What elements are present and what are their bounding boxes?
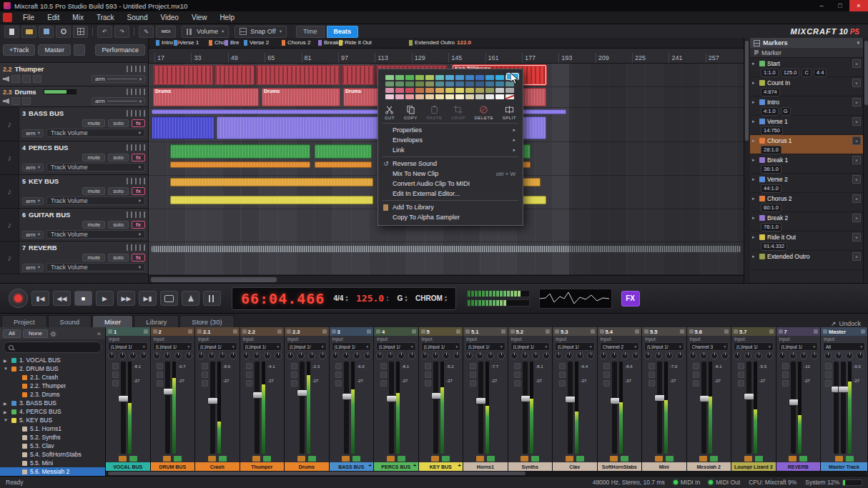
marker-options-button[interactable]: × bbox=[852, 233, 861, 241]
color-swatch[interactable] bbox=[505, 94, 514, 99]
markers-grid-icon[interactable] bbox=[754, 40, 760, 46]
menu-item[interactable]: Sound bbox=[121, 11, 154, 24]
audio-clip[interactable] bbox=[170, 161, 310, 168]
marker-item[interactable]: ▸ Verse 1 × 14:750 bbox=[750, 116, 863, 135]
channel-collapse-icon[interactable] bbox=[734, 329, 738, 334]
channel-collapse-icon[interactable] bbox=[689, 329, 694, 334]
channel-mute-led[interactable] bbox=[476, 456, 484, 462]
channel-menu-icon[interactable] bbox=[546, 329, 550, 334]
arm-button[interactable]: arm▾ bbox=[22, 164, 44, 171]
tab-library[interactable]: Library bbox=[134, 315, 179, 327]
channel-solo-led[interactable] bbox=[576, 456, 584, 462]
channel-mini-button[interactable] bbox=[782, 372, 789, 378]
channel-mini-button[interactable] bbox=[603, 372, 610, 378]
eq-knob[interactable] bbox=[140, 352, 147, 359]
input-dropdown[interactable]: (L)Input 1/ ▾ bbox=[242, 342, 282, 351]
record-button[interactable] bbox=[9, 289, 28, 308]
section-marker-flag[interactable]: Verse 1 bbox=[174, 39, 199, 46]
channel-mini-button[interactable] bbox=[693, 372, 699, 378]
fx-button[interactable]: fx bbox=[132, 221, 145, 229]
send-knob[interactable] bbox=[108, 352, 115, 359]
select-none-button[interactable]: None bbox=[23, 329, 48, 338]
send-knob[interactable] bbox=[197, 352, 204, 359]
color-swatch[interactable] bbox=[425, 75, 434, 80]
input-dropdown[interactable]: (L)Input 1/ ▾ bbox=[511, 342, 551, 351]
mixer-tree-item[interactable]: ▼ 2. DRUM BUS bbox=[0, 364, 105, 373]
menu-item[interactable]: Edit bbox=[41, 11, 66, 24]
send-knob[interactable] bbox=[611, 352, 618, 359]
channel-header[interactable]: 3 bbox=[330, 327, 374, 336]
pan-knob[interactable] bbox=[621, 352, 628, 359]
channel-mini-button[interactable] bbox=[291, 363, 297, 369]
volume-fader[interactable] bbox=[121, 362, 126, 454]
channel-mini-button[interactable] bbox=[470, 363, 476, 369]
stop-button[interactable]: ■ bbox=[74, 291, 92, 306]
split-action[interactable]: SPLIT bbox=[503, 105, 516, 120]
volume-fader[interactable] bbox=[791, 362, 796, 454]
instrument-icon[interactable]: ♪ bbox=[0, 141, 19, 174]
mixer-tree-item[interactable]: 5.2. Synths bbox=[0, 433, 105, 442]
channel-collapse-icon[interactable] bbox=[823, 329, 827, 334]
color-swatch[interactable] bbox=[455, 81, 464, 86]
eq-knob[interactable] bbox=[498, 352, 505, 359]
instrument-icon[interactable]: ♪ bbox=[0, 241, 19, 274]
mute-toggle[interactable] bbox=[11, 97, 20, 105]
color-swatch[interactable] bbox=[445, 88, 454, 93]
pan-knob[interactable] bbox=[532, 352, 539, 359]
track-mixer-icon[interactable] bbox=[127, 110, 145, 116]
channel-menu-icon[interactable] bbox=[412, 329, 416, 334]
menu-item-add-to-library[interactable]: Add To Library bbox=[378, 202, 523, 212]
eq-knob[interactable] bbox=[185, 352, 192, 359]
tab-store[interactable]: Store (30) bbox=[179, 315, 234, 327]
menu-item[interactable]: Track bbox=[90, 11, 121, 24]
channel-mini-button[interactable] bbox=[514, 363, 521, 369]
marker-position[interactable]: 60:1.0 bbox=[761, 204, 781, 212]
channel-mini-button[interactable] bbox=[738, 372, 744, 378]
channel-mini-button[interactable] bbox=[559, 363, 566, 369]
track-name[interactable]: BASS BUS bbox=[29, 109, 64, 117]
color-swatch[interactable] bbox=[425, 94, 434, 99]
track-mixer-icon[interactable] bbox=[127, 178, 145, 184]
channel-mute-led[interactable] bbox=[252, 456, 260, 462]
send-knob[interactable] bbox=[734, 352, 741, 359]
channel-collapse-icon[interactable] bbox=[197, 329, 202, 334]
instrument-icon[interactable]: ♪ bbox=[0, 107, 19, 141]
marker-expand-icon[interactable]: ▸ bbox=[752, 234, 757, 240]
channel-mini-button[interactable] bbox=[514, 380, 521, 387]
mixer-channel-strip[interactable]: 3 Input: (L)Input 1/ ▾ -6.0 -27 bbox=[330, 327, 375, 471]
marker-options-button[interactable]: × bbox=[852, 136, 861, 145]
track-row[interactable]: ♪ 7REVERB mute solo fx arm▾ Track Volume… bbox=[0, 241, 148, 274]
volume-fader[interactable] bbox=[834, 362, 839, 454]
send-knob[interactable] bbox=[824, 352, 832, 359]
time-mode-button[interactable]: Time bbox=[296, 26, 325, 38]
mixer-tree-item[interactable]: 5.5. Mini bbox=[0, 459, 105, 467]
mixer-tree-item[interactable]: ▶ 3. BASS BUS bbox=[0, 399, 105, 407]
marker-options-button[interactable]: × bbox=[852, 156, 861, 164]
channel-name[interactable]: Clav + bbox=[553, 462, 597, 471]
marker-item[interactable]: ▸ Verse 2 × 44:1.0 bbox=[750, 174, 863, 193]
color-swatch[interactable] bbox=[425, 88, 434, 93]
instrument-icon[interactable]: ♪ bbox=[0, 175, 19, 208]
add-subtrack-icon[interactable]: + bbox=[413, 462, 417, 469]
track-volume-dropdown[interactable]: Track Volume▾ bbox=[46, 196, 145, 205]
pan-knob[interactable] bbox=[398, 352, 405, 359]
color-swatch[interactable] bbox=[435, 94, 444, 99]
eq-knob[interactable] bbox=[230, 352, 237, 359]
mixer-tree-item[interactable]: 2.3. Drums bbox=[0, 390, 105, 399]
fx-button[interactable]: fx bbox=[132, 119, 145, 127]
timeline-ruler[interactable]: 1733496581971131291451611771932092252412… bbox=[149, 49, 744, 64]
marker-position[interactable]: 28:1.0 bbox=[761, 146, 781, 154]
add-marker-row[interactable]: Marker bbox=[750, 48, 863, 58]
track-name[interactable]: KEY BUS bbox=[29, 177, 59, 185]
mute-button[interactable]: mute bbox=[82, 154, 105, 161]
mixer-tree-item[interactable]: 5.6. Messiah 2 bbox=[0, 467, 105, 476]
channel-menu-icon[interactable] bbox=[367, 329, 371, 334]
add-track-button[interactable]: +Track bbox=[3, 44, 35, 56]
input-dropdown[interactable]: Channel 2 ▾ bbox=[600, 342, 640, 351]
rewind-button[interactable]: ◀◀ bbox=[53, 291, 71, 306]
channel-mini-button[interactable] bbox=[782, 380, 789, 387]
marker-options-button[interactable]: × bbox=[852, 175, 861, 184]
send-knob[interactable] bbox=[566, 352, 573, 359]
pan-knob[interactable] bbox=[800, 352, 807, 359]
color-swatch[interactable] bbox=[395, 81, 404, 86]
